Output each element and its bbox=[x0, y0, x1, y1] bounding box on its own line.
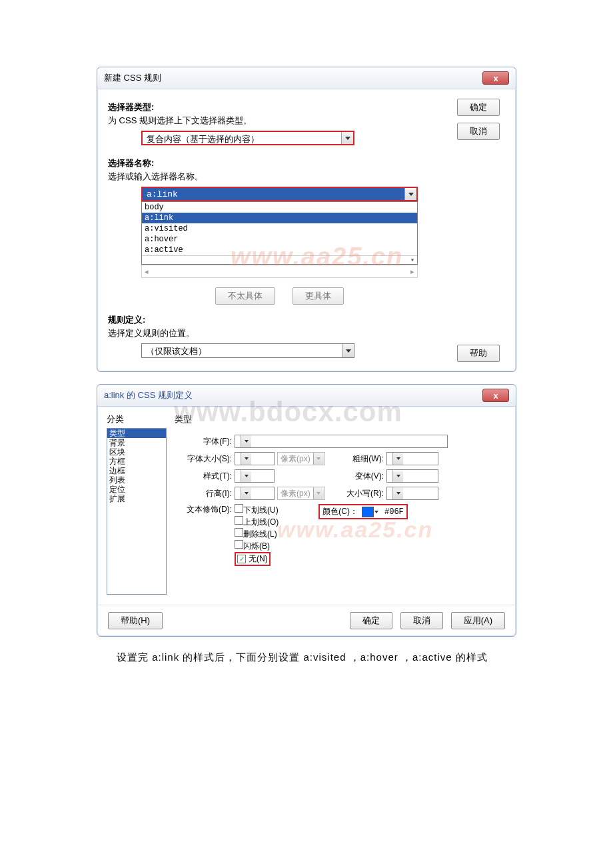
font-label: 字体(F): bbox=[175, 436, 235, 447]
selector-type-value: 复合内容（基于选择的内容） bbox=[143, 132, 341, 144]
css-rule-definition-dialog: a:link 的 CSS 规则定义 x www.bdocx.com www.aa… bbox=[97, 384, 516, 637]
list-item[interactable]: a:visited bbox=[142, 223, 417, 234]
close-button[interactable]: x bbox=[482, 389, 509, 402]
sidebar-item-list[interactable]: 列表 bbox=[107, 475, 166, 485]
category-list[interactable]: 类型 背景 区块 方框 边框 列表 定位 扩展 bbox=[107, 428, 167, 595]
none-label: 无(N) bbox=[249, 553, 268, 565]
list-item[interactable]: a:link bbox=[142, 213, 417, 223]
line-height-dropdown[interactable] bbox=[235, 487, 275, 500]
color-row: 颜色(C)： #06F bbox=[318, 504, 407, 519]
new-css-rule-dialog: 新建 CSS 规则 x www.aa25.cn 确定 取消 选择器类型: 为 C… bbox=[97, 67, 516, 372]
titlebar: a:link 的 CSS 规则定义 x bbox=[97, 385, 516, 407]
rule-def-value: （仅限该文档） bbox=[142, 344, 342, 357]
sidebar-item-extend[interactable]: 扩展 bbox=[107, 494, 166, 503]
overline-checkbox[interactable] bbox=[235, 516, 243, 525]
style-dropdown[interactable] bbox=[235, 469, 275, 483]
ok-button[interactable]: 确定 bbox=[350, 612, 392, 629]
apply-button[interactable]: 应用(A) bbox=[451, 612, 505, 629]
less-specific-button[interactable]: 不太具体 bbox=[215, 287, 275, 305]
underline-checkbox[interactable] bbox=[235, 504, 243, 513]
scroll-down-icon[interactable]: ▾ bbox=[142, 255, 417, 264]
dialog-body: www.aa25.cn 确定 取消 选择器类型: 为 CSS 规则选择上下文选择… bbox=[97, 89, 516, 371]
ok-button[interactable]: 确定 bbox=[457, 99, 500, 116]
decoration-label: 文本修饰(D): bbox=[175, 504, 235, 515]
color-swatch[interactable] bbox=[362, 507, 374, 517]
list-item[interactable]: a:hover bbox=[142, 234, 417, 245]
color-label: 颜色(C)： bbox=[322, 506, 358, 517]
blink-checkbox[interactable] bbox=[235, 540, 243, 549]
font-size-label: 字体大小(S): bbox=[175, 453, 235, 465]
chevron-down-icon bbox=[241, 453, 251, 465]
list-item[interactable]: body bbox=[142, 202, 417, 213]
rule-def-dropdown[interactable]: （仅限该文档） bbox=[141, 343, 354, 358]
rule-def-desc: 选择定义规则的位置。 bbox=[108, 327, 505, 339]
sidebar-item-background[interactable]: 背景 bbox=[107, 438, 166, 447]
chevron-down-icon bbox=[241, 470, 251, 482]
font-size-dropdown[interactable] bbox=[235, 452, 275, 465]
more-specific-button[interactable]: 更具体 bbox=[293, 287, 344, 305]
help-button[interactable]: 帮助(H) bbox=[108, 612, 163, 629]
chevron-down-icon bbox=[241, 435, 251, 447]
strikethrough-label: 删除线(L) bbox=[243, 529, 277, 539]
selector-name-label: 选择器名称: bbox=[108, 157, 505, 169]
selector-type-dropdown[interactable]: 复合内容（基于选择的内容） bbox=[141, 131, 354, 145]
sidebar-item-box[interactable]: 方框 bbox=[107, 457, 166, 466]
content-heading: 类型 bbox=[175, 413, 506, 425]
list-item[interactable]: a:active bbox=[142, 245, 417, 255]
selector-name-desc: 选择或输入选择器名称。 bbox=[108, 171, 505, 183]
underline-label: 下划线(U) bbox=[243, 505, 279, 515]
sidebar-item-border[interactable]: 边框 bbox=[107, 466, 166, 475]
overline-label: 上划线(O) bbox=[243, 517, 279, 527]
category-sidebar: 分类 类型 背景 区块 方框 边框 列表 定位 扩展 bbox=[107, 413, 167, 597]
none-checkbox[interactable]: ✓ bbox=[237, 555, 246, 563]
variant-dropdown[interactable] bbox=[386, 469, 438, 483]
selector-type-label: 选择器类型: bbox=[108, 101, 505, 113]
chevron-down-icon bbox=[404, 188, 416, 200]
case-label: 大小写(R): bbox=[345, 488, 386, 499]
font-size-unit-dropdown[interactable]: 像素(px) bbox=[277, 452, 325, 465]
scroll-right-icon[interactable]: ▸ bbox=[410, 267, 414, 276]
color-value[interactable]: #06F bbox=[384, 507, 404, 517]
caption-text: 设置完 a:link 的样式后，下面分别设置 a:visited ，a:hove… bbox=[97, 651, 516, 664]
chevron-down-icon bbox=[241, 487, 251, 499]
sidebar-item-position[interactable]: 定位 bbox=[107, 485, 166, 494]
titlebar: 新建 CSS 规则 x bbox=[97, 67, 516, 89]
chevron-down-icon bbox=[313, 453, 324, 465]
dialog-footer: 帮助(H) 确定 取消 应用(A) bbox=[97, 605, 516, 636]
dialog-title: a:link 的 CSS 规则定义 bbox=[104, 389, 193, 401]
weight-label: 粗细(W): bbox=[345, 453, 386, 465]
weight-dropdown[interactable] bbox=[386, 452, 438, 465]
blink-label: 闪烁(B) bbox=[243, 541, 270, 551]
case-dropdown[interactable] bbox=[386, 487, 438, 500]
style-label: 样式(T): bbox=[175, 471, 235, 482]
selector-type-desc: 为 CSS 规则选择上下文选择器类型。 bbox=[108, 115, 505, 127]
rule-def-label: 规则定义: bbox=[108, 314, 505, 326]
line-height-label: 行高(I): bbox=[175, 488, 235, 499]
cancel-button[interactable]: 取消 bbox=[457, 123, 500, 140]
variant-label: 变体(V): bbox=[345, 471, 386, 482]
chevron-down-icon bbox=[341, 132, 353, 144]
dialog-title: 新建 CSS 规则 bbox=[104, 72, 161, 84]
strikethrough-checkbox[interactable] bbox=[235, 528, 243, 537]
cancel-button[interactable]: 取消 bbox=[400, 612, 443, 629]
horizontal-scrollbar[interactable]: ◂ ▸ bbox=[141, 265, 418, 278]
content-area: 类型 字体(F): 字体大小(S): 像素(px) 粗细(W): 样式(T): bbox=[175, 413, 506, 597]
chevron-down-icon bbox=[392, 487, 403, 499]
close-button[interactable]: x bbox=[482, 71, 509, 85]
line-height-unit-dropdown[interactable]: 像素(px) bbox=[277, 487, 325, 500]
help-button[interactable]: 帮助 bbox=[457, 345, 500, 362]
selector-name-combobox[interactable]: a:link bbox=[141, 187, 418, 201]
chevron-down-icon bbox=[313, 487, 324, 499]
chevron-down-icon bbox=[392, 453, 403, 465]
sidebar-item-block[interactable]: 区块 bbox=[107, 447, 166, 457]
scroll-left-icon[interactable]: ◂ bbox=[145, 267, 149, 276]
selector-name-listbox[interactable]: body a:link a:visited a:hover a:active ▾ bbox=[141, 201, 418, 265]
chevron-down-icon bbox=[342, 344, 354, 357]
dialog-body: www.bdocx.com www.aa25.cn 分类 类型 背景 区块 方框… bbox=[97, 407, 516, 605]
selector-name-value: a:link bbox=[143, 188, 404, 200]
chevron-down-icon bbox=[392, 470, 403, 482]
font-dropdown[interactable] bbox=[235, 435, 448, 448]
sidebar-item-type[interactable]: 类型 bbox=[107, 429, 166, 438]
sidebar-label: 分类 bbox=[107, 413, 167, 425]
